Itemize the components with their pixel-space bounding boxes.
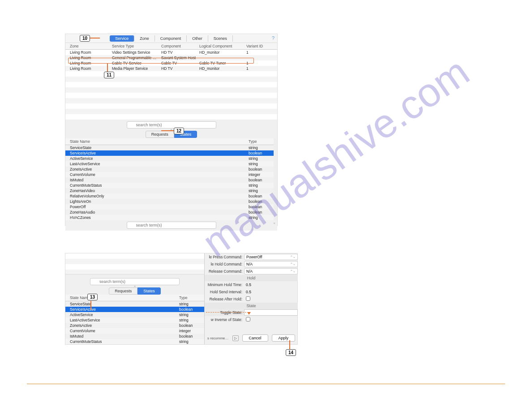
- release-command-label: Release Command:: [205, 269, 244, 274]
- table-row[interactable]: Living RoomVideo Settings ServiceHD TVHD…: [65, 50, 277, 55]
- inverse-checkbox[interactable]: [246, 317, 250, 321]
- list-item[interactable]: ZoneHasAudioboolean: [65, 210, 274, 215]
- col-variant-id[interactable]: Variant ID: [245, 43, 271, 49]
- list-item[interactable]: ServiceIsActiveboolean: [65, 307, 204, 312]
- col-component[interactable]: Component: [159, 43, 197, 49]
- list-item[interactable]: ServiceIsActiveboolean: [65, 150, 274, 156]
- list-item[interactable]: LastActiveServicestring: [65, 161, 274, 167]
- press-command-label: le Press Command:: [205, 255, 244, 259]
- play-icon[interactable]: ▷: [232, 335, 239, 341]
- search-bar-2b: [65, 220, 277, 231]
- list-item[interactable]: LastActiveServicestring: [65, 317, 204, 323]
- inverse-label: w Inverse of State:: [205, 317, 244, 322]
- col-state-name[interactable]: State Name: [65, 138, 247, 145]
- callout-13: 13: [87, 294, 98, 300]
- press-command-select[interactable]: PowerOff⌃⌄: [244, 254, 298, 260]
- tab-scenes[interactable]: Scenes: [208, 35, 233, 42]
- send-interval-row: Hold Send Interval: 0.5: [205, 288, 298, 295]
- callout-line: [90, 301, 91, 310]
- list-item[interactable]: ServiceStatestring: [65, 145, 274, 150]
- list-item[interactable]: ServiceStatestring: [65, 301, 204, 307]
- inverse-row: w Inverse of State:: [205, 316, 298, 323]
- list-item[interactable]: CurrentMuteStatusstring: [65, 339, 204, 344]
- search-input-2[interactable]: [127, 222, 216, 229]
- release-after-check[interactable]: [244, 296, 298, 302]
- list-item[interactable]: PowerOffboolean: [65, 204, 274, 210]
- list-item[interactable]: LightsAreOnboolean: [65, 199, 274, 204]
- states-table-body: ServiceStatestringServiceIsActiveboolean…: [65, 145, 274, 220]
- list-item[interactable]: IsMutedboolean: [65, 334, 204, 339]
- tab-other[interactable]: Other: [187, 35, 208, 42]
- close-icon[interactable]: ×: [273, 221, 275, 225]
- release-after-label: Release After Hold:: [205, 297, 244, 301]
- button-row: s recomme… ▷ Cancel Apply: [205, 332, 298, 344]
- toggle-state-input[interactable]: [244, 309, 298, 316]
- list-item[interactable]: ZoneHasVideostring: [65, 188, 274, 193]
- states-table: State Name Type ServiceStatestringServic…: [65, 138, 274, 220]
- list-item[interactable]: HVACZonesstring: [65, 215, 274, 220]
- callout-line: [107, 64, 108, 72]
- table-row[interactable]: Living RoomCable TV ServiceCable TVCable…: [65, 60, 277, 66]
- release-command-select[interactable]: N/A⌃⌄: [244, 268, 298, 274]
- min-hold-value: 0.5: [244, 283, 298, 287]
- search-wrap: [127, 222, 216, 229]
- help-icon[interactable]: ?: [272, 35, 275, 41]
- states2-header: State Name Type: [65, 295, 204, 301]
- footer-divider: [27, 384, 505, 384]
- send-interval-value: 0.5: [244, 290, 298, 294]
- empty-area: [65, 253, 204, 274]
- apply-button[interactable]: Apply: [272, 334, 296, 342]
- subtab-requests-2[interactable]: Requests: [109, 287, 137, 295]
- table-row[interactable]: Living RoomGeneral Programmable Se…Savan…: [65, 55, 277, 60]
- hold-command-select[interactable]: N/A⌃⌄: [244, 261, 298, 267]
- list-item[interactable]: IsMutedboolean: [65, 177, 274, 183]
- col-state-name[interactable]: State Name: [65, 295, 177, 301]
- tab-component[interactable]: Component: [155, 35, 187, 42]
- close-icon[interactable]: ×: [134, 284, 136, 288]
- list-item[interactable]: RelativeVolumeOnlyboolean: [65, 193, 274, 199]
- release-after-checkbox[interactable]: [246, 296, 250, 301]
- sub-tab-bar: × Requests States: [65, 130, 277, 138]
- callout-11: 11: [104, 72, 114, 78]
- tab-service[interactable]: Service: [110, 35, 134, 42]
- col-zone[interactable]: Zone: [65, 43, 110, 49]
- list-item[interactable]: ActiveServicestring: [65, 156, 274, 161]
- subtab-states-2[interactable]: States: [137, 287, 161, 295]
- release-command-row: Release Command: N/A⌃⌄: [205, 268, 298, 275]
- states2-body: ServiceStatestringServiceIsActiveboolean…: [65, 301, 204, 344]
- col-state-type[interactable]: Type: [177, 295, 204, 301]
- right-form-column: le Press Command: PowerOff⌃⌄ le Hold Com…: [205, 253, 298, 344]
- send-interval-label: Hold Send Interval:: [205, 290, 244, 294]
- subtab-requests[interactable]: Requests: [146, 131, 174, 138]
- states-table-header: State Name Type: [65, 138, 274, 145]
- cancel-button[interactable]: Cancel: [242, 334, 268, 342]
- list-item[interactable]: ActiveServicestring: [65, 312, 204, 317]
- press-command-row: le Press Command: PowerOff⌃⌄: [205, 253, 298, 261]
- table-row[interactable]: Living RoomMedia Player ServiceHD TVHD_m…: [65, 66, 277, 71]
- list-item[interactable]: CurrentVolumeinteger: [65, 172, 274, 177]
- callout-line: [289, 340, 290, 349]
- services-panel: Service Zone Component Other Scenes ? Zo…: [65, 34, 278, 226]
- hold-command-label: le Hold Command:: [205, 262, 244, 266]
- bottom-panel: × Requests States State Name Type Servic…: [65, 253, 298, 345]
- sub-tab-bar-2: × Requests States: [65, 287, 204, 295]
- close-icon[interactable]: ×: [170, 128, 172, 132]
- state-section-header: State: [205, 303, 298, 309]
- tab-zone[interactable]: Zone: [134, 35, 155, 42]
- col-state-type[interactable]: Type: [247, 138, 274, 145]
- callout-10: 10: [80, 35, 90, 42]
- list-item[interactable]: ZoneIsActiveboolean: [65, 167, 274, 172]
- list-item[interactable]: CurrentMuteStatusstring: [65, 183, 274, 188]
- list-item[interactable]: ZoneIsActiveboolean: [65, 323, 204, 328]
- list-item[interactable]: CurrentVolumeinteger: [65, 328, 204, 334]
- col-logical-component[interactable]: Logical Component: [197, 43, 245, 49]
- arrow-head-icon: [247, 312, 251, 315]
- min-hold-label: Minimum Hold Time:: [205, 283, 244, 287]
- scrollbar[interactable]: [274, 138, 277, 220]
- top-tab-bar: Service Zone Component Other Scenes ?: [65, 34, 277, 43]
- col-service-type[interactable]: Service Type: [110, 43, 159, 49]
- inverse-check[interactable]: [244, 317, 298, 322]
- arrow-line: [206, 312, 249, 313]
- callout-14: 14: [286, 349, 296, 356]
- services-table-header: Zone Service Type Component Logical Comp…: [65, 43, 277, 50]
